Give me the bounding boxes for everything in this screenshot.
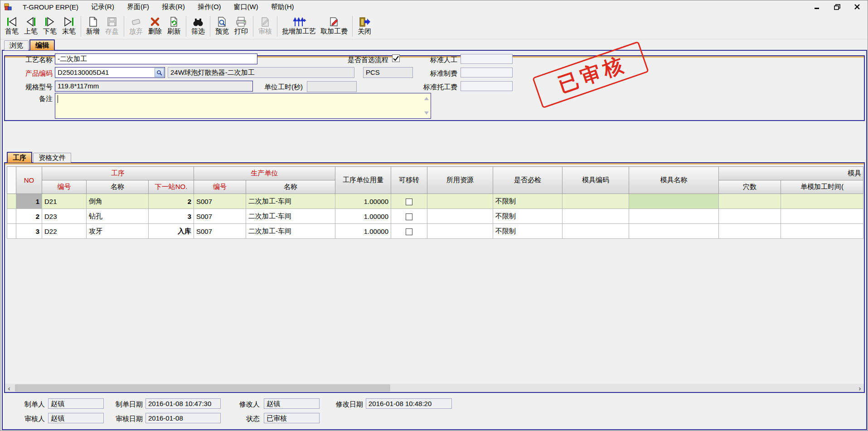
menu-operation[interactable]: 操作(O) (191, 1, 228, 13)
menu-window[interactable]: 窗口(W) (228, 1, 265, 13)
header-mold-name: 模具名称 (629, 167, 719, 194)
product-code-label: 产品编码 (14, 69, 53, 78)
process-name-label: 工艺名称 (14, 56, 53, 64)
main-tab-strip: 浏览 编辑 (4, 39, 56, 50)
audit-date-label: 审核日期 (105, 415, 143, 423)
preferred-flow-checkbox[interactable] (392, 54, 400, 62)
printer-icon (235, 15, 247, 27)
print-button[interactable]: 打印 (232, 15, 251, 35)
spec-model-input[interactable]: 119.8*117mm (55, 81, 253, 92)
make-date-field: 2016-01-08 10:47:30 (145, 398, 221, 409)
std-outsource-fee-field[interactable] (461, 81, 513, 91)
header-process-name: 名称 (87, 180, 149, 194)
tab-qualification[interactable]: 资格文件 (33, 153, 71, 163)
app-icon (4, 3, 12, 11)
table-row[interactable]: 2 D23 钻孔 3 S007 二次加工-车间 1.00000 不限制 (7, 209, 863, 224)
minimize-icon[interactable] (813, 3, 821, 11)
remark-textarea[interactable] (55, 93, 431, 119)
transferable-checkbox[interactable] (406, 213, 412, 220)
row-selector[interactable] (7, 224, 16, 239)
text-caret (58, 95, 58, 103)
eraser-icon (131, 15, 141, 27)
batch-add-process-button[interactable]: 批增加工艺 (280, 15, 318, 35)
tab-process[interactable]: 工序 (7, 152, 32, 163)
modify-date-field: 2016-01-08 10:48:20 (366, 398, 452, 409)
filter-button[interactable]: 筛选 (189, 15, 208, 35)
new-button[interactable]: 新增 (83, 15, 102, 35)
tab-edit[interactable]: 编辑 (29, 39, 55, 50)
menu-help[interactable]: 帮助(H) (265, 1, 301, 13)
unit-time-field (307, 81, 357, 92)
horizontal-scrollbar[interactable]: ‹ › (5, 384, 864, 392)
first-record-button[interactable]: 首笔 (2, 15, 21, 35)
menu-record[interactable]: 记录(R) (85, 1, 121, 13)
audit-date-field: 2016-01-08 (145, 413, 221, 423)
transferable-cell[interactable] (391, 224, 427, 239)
delete-button[interactable]: 删除 (145, 15, 165, 35)
close-icon[interactable] (853, 3, 861, 11)
discard-button: 放弃 (126, 15, 145, 35)
toolbar-separator (186, 16, 186, 37)
process-name-input[interactable]: -二次加工 (55, 53, 257, 64)
header-unit-group: 生产单位 (194, 167, 335, 180)
std-labor-field[interactable] (461, 54, 513, 64)
first-record-icon (6, 15, 18, 27)
binoculars-icon (192, 15, 204, 27)
get-processing-fee-button[interactable]: 取加工费 (318, 15, 350, 35)
last-record-icon (63, 15, 75, 27)
preview-magnifier-icon (217, 15, 228, 27)
toolbar-separator (253, 16, 253, 37)
header-inspection: 是否必检 (493, 167, 563, 194)
maker-field: 赵镇 (48, 398, 104, 409)
row-selector[interactable] (7, 194, 16, 209)
transferable-checkbox[interactable] (406, 199, 412, 205)
scrollbar-thumb[interactable] (15, 384, 390, 392)
next-record-button[interactable]: 下笔 (40, 15, 59, 35)
last-record-button[interactable]: 末笔 (59, 15, 78, 35)
scroll-right-icon[interactable]: › (856, 384, 864, 392)
toolbar-separator (352, 16, 353, 37)
std-mfg-fee-label: 标准制费 (399, 69, 457, 78)
toolbar-separator (124, 16, 124, 37)
toolbar-separator (210, 16, 210, 37)
product-code-input[interactable]: D250130005D41 (55, 67, 165, 78)
header-process-group: 工序 (42, 167, 194, 180)
header-unit-name: 名称 (246, 180, 335, 194)
preferred-flow-label: 是否首选流程 (327, 56, 388, 64)
std-outsource-fee-label: 标准托工费 (399, 83, 457, 92)
scroll-down-icon[interactable] (424, 111, 429, 115)
magnifier-icon (156, 70, 162, 76)
audit-button: 审核 (256, 15, 275, 35)
audit-pen-icon (260, 15, 271, 27)
table-row[interactable]: 3 D22 攻牙 入库 S007 二次加工-车间 1.00000 不限制 (7, 224, 863, 239)
close-window-button[interactable]: 关闭 (355, 15, 374, 35)
menu-report[interactable]: 报表(R) (155, 1, 191, 13)
transferable-checkbox[interactable] (406, 228, 412, 235)
delete-x-icon (150, 15, 160, 27)
refresh-button[interactable]: 刷新 (165, 15, 184, 35)
scroll-left-icon[interactable]: ‹ (5, 384, 13, 392)
tab-browse[interactable]: 浏览 (4, 40, 29, 50)
menu-tgroup-erp[interactable]: T-GROUP ERP(E) (16, 1, 85, 13)
status-field: 已审核 (264, 413, 320, 423)
transferable-cell[interactable] (391, 194, 427, 209)
detail-tab-strip: 工序 资格文件 (7, 152, 72, 163)
std-mfg-fee-field[interactable] (461, 68, 513, 77)
row-selector[interactable] (7, 209, 16, 224)
product-lookup-button[interactable] (155, 68, 164, 77)
header-resources: 所用资源 (427, 167, 493, 194)
header-row-selector (7, 167, 16, 194)
scroll-up-icon[interactable] (424, 97, 429, 100)
table-row[interactable]: 1 D21 倒角 2 S007 二次加工-车间 1.00000 不限制 (7, 194, 863, 209)
new-document-icon (88, 15, 98, 27)
next-record-icon (44, 15, 55, 27)
unit-time-label: 单位工时(秒) (252, 83, 303, 92)
maker-label: 制单人 (10, 400, 45, 409)
prev-record-button[interactable]: 上笔 (21, 15, 40, 35)
modify-date-label: 修改日期 (325, 400, 363, 409)
menu-interface[interactable]: 界面(F) (121, 1, 155, 13)
transferable-cell[interactable] (391, 209, 427, 224)
toolbar-separator (81, 16, 81, 37)
preview-button[interactable]: 预览 (213, 15, 232, 35)
restore-icon[interactable] (833, 3, 841, 11)
